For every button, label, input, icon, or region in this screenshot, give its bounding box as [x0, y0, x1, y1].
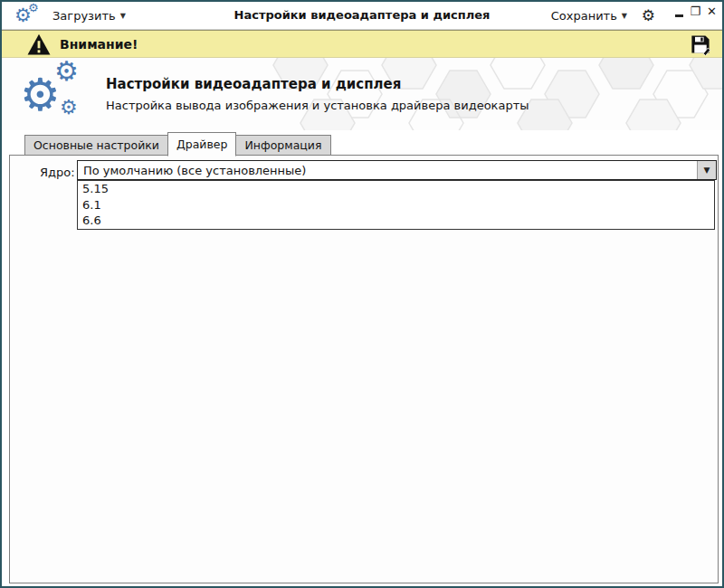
- gears-logo-icon: ⚙⚙⚙: [20, 58, 92, 130]
- kernel-combobox[interactable]: По умолчанию (все установленные) ▼: [77, 160, 717, 180]
- kernel-label: Ядро:: [40, 166, 75, 179]
- save-file-icon[interactable]: [690, 33, 711, 59]
- tab-bar: Основные настройки Драйвер Информация: [24, 132, 331, 156]
- hexagon-pattern: [2, 58, 722, 130]
- warning-bar: Внимание!: [2, 30, 722, 58]
- save-button[interactable]: Сохранить ▼: [551, 6, 627, 24]
- chevron-down-icon: ▼: [622, 12, 627, 20]
- title-bar: ⚙⚙ Загрузить ▼ Настройки видеоадаптера и…: [2, 2, 722, 30]
- minimize-button[interactable]: [675, 14, 683, 17]
- page-subtitle: Настройка вывода изображения и установка…: [106, 99, 529, 112]
- kernel-combobox-value: По умолчанию (все установленные): [83, 164, 306, 177]
- banner: ⚙⚙⚙ Настройки видеоадаптера и дисплея На…: [2, 58, 722, 130]
- kernel-dropdown-list[interactable]: 5.156.16.6: [77, 180, 715, 230]
- tab-information[interactable]: Информация: [236, 135, 330, 156]
- window-controls: ❐ ✕: [675, 5, 717, 17]
- app-window: ⚙⚙ Загрузить ▼ Настройки видеоадаптера и…: [0, 0, 724, 588]
- warning-icon: [27, 33, 51, 59]
- close-button[interactable]: ✕: [707, 5, 717, 17]
- kernel-option[interactable]: 6.6: [78, 213, 714, 229]
- kernel-option[interactable]: 6.1: [78, 197, 714, 213]
- warning-label: Внимание!: [60, 37, 138, 52]
- settings-gear-icon[interactable]: ⚙: [642, 6, 655, 24]
- tab-driver[interactable]: Драйвер: [167, 132, 236, 156]
- restore-button[interactable]: ❐: [690, 5, 700, 17]
- save-button-label: Сохранить: [551, 9, 617, 23]
- combobox-arrow-button[interactable]: ▼: [697, 161, 716, 179]
- kernel-option[interactable]: 5.15: [78, 181, 714, 197]
- tab-main-settings[interactable]: Основные настройки: [24, 135, 167, 156]
- page-title: Настройки видеоадаптера и дисплея: [106, 76, 401, 92]
